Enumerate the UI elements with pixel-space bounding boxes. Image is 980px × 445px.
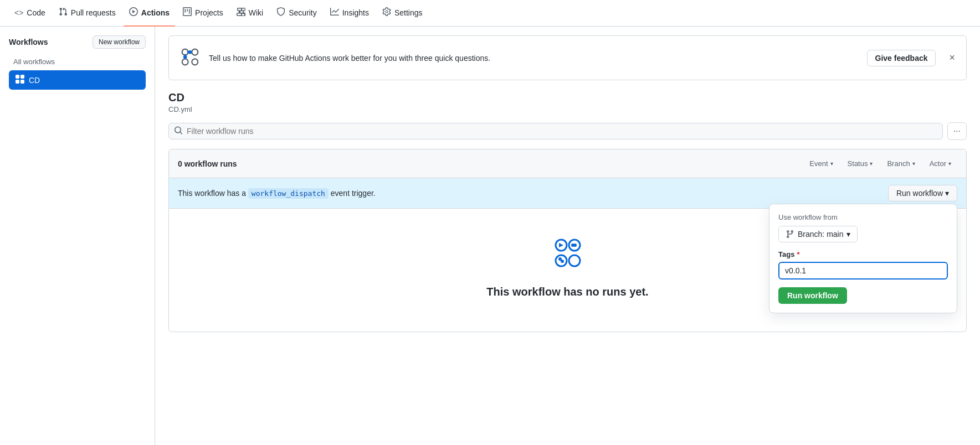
cd-workflow-label: CD: [29, 76, 40, 85]
runs-count: 0 workflow runs: [178, 159, 237, 168]
dispatch-code: workflow_dispatch: [248, 188, 329, 199]
event-filter-label: Event: [809, 159, 828, 168]
required-star: *: [797, 250, 799, 258]
dispatch-row: This workflow has a workflow_dispatch ev…: [169, 178, 966, 209]
sidebar-header: Workflows New workflow: [9, 35, 146, 49]
svg-point-11: [569, 255, 580, 266]
filter-input[interactable]: [168, 123, 943, 139]
nav-wiki[interactable]: Wiki: [231, 0, 269, 27]
svg-point-14: [573, 244, 577, 247]
nav-settings-label: Settings: [394, 8, 423, 17]
branch-selector-chevron-icon: ▾: [846, 230, 850, 239]
popup-run-button[interactable]: Run workflow: [778, 287, 847, 304]
branch-selector[interactable]: Branch: main ▾: [778, 226, 858, 242]
workflow-title: CD: [168, 91, 967, 104]
status-filter-dropdown[interactable]: Status ▾: [842, 156, 879, 171]
empty-state-icon: [546, 231, 590, 277]
runs-filters: Event ▾ Status ▾ Branch ▾ Actor ▾: [803, 156, 957, 171]
content-area: Tell us how to make GitHub Actions work …: [155, 27, 980, 445]
nav-projects-label: Projects: [195, 8, 223, 17]
nav-code[interactable]: <> Code: [9, 0, 51, 27]
actor-filter-label: Actor: [930, 159, 946, 168]
workflow-header: CD CD.yml: [168, 91, 967, 113]
nav-wiki-label: Wiki: [249, 8, 263, 17]
give-feedback-button[interactable]: Give feedback: [867, 50, 936, 66]
run-workflow-label: Run workflow: [896, 189, 943, 198]
svg-point-5: [183, 55, 187, 59]
svg-point-2: [182, 59, 188, 65]
nav-insights[interactable]: Insights: [325, 0, 374, 27]
nav-insights-label: Insights: [342, 8, 369, 17]
search-icon: [174, 126, 183, 137]
runs-header: 0 workflow runs Event ▾ Status ▾ Branch …: [169, 149, 966, 178]
workflow-cd-icon: [16, 75, 24, 85]
code-icon: <>: [14, 8, 23, 17]
filter-input-wrap: [168, 123, 943, 139]
actions-nav-icon: [129, 7, 138, 18]
banner-close-button[interactable]: ×: [947, 52, 957, 64]
nav-code-label: Code: [27, 8, 45, 17]
nav-settings[interactable]: Settings: [377, 0, 428, 27]
status-chevron-icon: ▾: [870, 161, 873, 167]
banner-actions-icon: [178, 45, 202, 71]
svg-point-16: [561, 260, 564, 263]
branch-selector-label: Branch: main: [798, 230, 843, 239]
branch-chevron-icon: ▾: [912, 161, 915, 167]
filter-bar: ···: [168, 122, 967, 140]
all-workflows-link[interactable]: All workflows: [9, 55, 146, 68]
branch-filter-label: Branch: [887, 159, 910, 168]
new-workflow-button[interactable]: New workflow: [93, 35, 146, 49]
nav-actions-label: Actions: [141, 8, 170, 17]
svg-point-4: [188, 50, 192, 54]
run-workflow-button[interactable]: Run workflow ▾: [888, 185, 957, 201]
status-filter-label: Status: [848, 159, 868, 168]
svg-point-3: [192, 59, 198, 65]
event-chevron-icon: ▾: [830, 161, 833, 167]
nav-security-label: Security: [289, 8, 317, 17]
popup-section-label: Use workflow from: [778, 213, 948, 221]
branch-filter-dropdown[interactable]: Branch ▾: [881, 156, 921, 171]
runs-container: 0 workflow runs Event ▾ Status ▾ Branch …: [168, 149, 967, 332]
popup-container: Run workflow ▾ Use workflow from Branch:…: [888, 185, 957, 201]
run-workflow-popup: Use workflow from Branch: main ▾ Tags * …: [769, 204, 957, 313]
main-layout: Workflows New workflow All workflows CD: [0, 27, 980, 445]
run-workflow-chevron-icon: ▾: [945, 189, 949, 198]
nav-pull-requests[interactable]: Pull requests: [53, 0, 121, 27]
event-filter-dropdown[interactable]: Event ▾: [803, 156, 839, 171]
wiki-icon: [237, 7, 245, 18]
empty-state-text: This workflow has no runs yet.: [486, 286, 648, 298]
insights-icon: [330, 7, 339, 18]
projects-icon: [183, 7, 192, 18]
top-nav: <> Code Pull requests Actions Projects W…: [0, 0, 980, 27]
security-icon: [276, 7, 285, 18]
nav-actions[interactable]: Actions: [124, 0, 175, 27]
settings-icon: [382, 7, 391, 18]
nav-pull-requests-label: Pull requests: [71, 8, 116, 17]
actor-chevron-icon: ▾: [948, 161, 951, 167]
tags-input[interactable]: [778, 262, 948, 280]
tags-label: Tags *: [778, 250, 948, 258]
nav-projects[interactable]: Projects: [177, 0, 229, 27]
actor-filter-dropdown[interactable]: Actor ▾: [923, 156, 957, 171]
nav-security[interactable]: Security: [271, 0, 322, 27]
svg-point-1: [192, 49, 198, 55]
filter-more-button[interactable]: ···: [947, 122, 967, 140]
dispatch-message: This workflow has a workflow_dispatch ev…: [178, 189, 376, 198]
workflow-filename: CD.yml: [168, 105, 967, 113]
cd-workflow-item[interactable]: CD: [9, 70, 146, 90]
sidebar-title: Workflows: [9, 38, 48, 46]
svg-marker-12: [559, 243, 563, 247]
feedback-banner: Tell us how to make GitHub Actions work …: [168, 35, 967, 80]
banner-text: Tell us how to make GitHub Actions work …: [209, 54, 860, 63]
sidebar: Workflows New workflow All workflows CD: [0, 27, 155, 445]
pull-requests-icon: [59, 7, 68, 18]
